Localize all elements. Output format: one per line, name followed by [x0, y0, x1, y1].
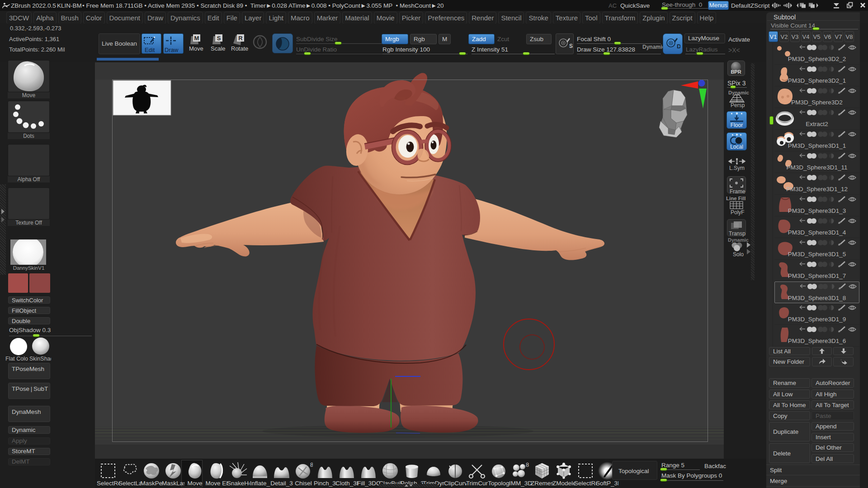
svg-text:8: 8: [526, 461, 529, 468]
svg-text:R: R: [238, 35, 243, 42]
svg-text:Local: Local: [730, 144, 743, 150]
svg-text:S: S: [569, 43, 573, 49]
svg-text:BPR: BPR: [731, 69, 741, 75]
svg-text:M: M: [194, 35, 199, 42]
svg-text:8: 8: [310, 461, 313, 468]
svg-text:S: S: [217, 35, 221, 42]
svg-text:Floor: Floor: [731, 122, 743, 128]
svg-text:D: D: [677, 43, 680, 50]
